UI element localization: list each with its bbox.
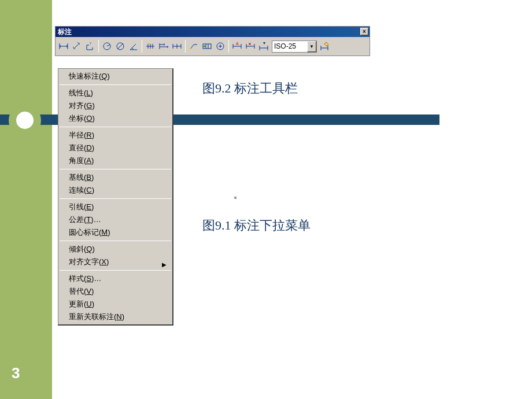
svg-point-4 xyxy=(204,46,205,47)
dimension-update-icon xyxy=(258,41,269,51)
chevron-down-icon: ▼ xyxy=(309,44,314,49)
quick-dimension-button[interactable] xyxy=(144,40,157,53)
toolbar-titlebar[interactable]: 标注 × xyxy=(56,27,370,37)
menu-item[interactable]: 更新(U) xyxy=(58,298,172,311)
continue-dimension-button[interactable] xyxy=(171,40,183,53)
menu-separator xyxy=(60,84,171,85)
page-number: 3 xyxy=(12,364,20,382)
menu-item[interactable]: 对齐(G) xyxy=(58,99,172,112)
ordinate-dimension-button[interactable]: Y xyxy=(84,40,97,53)
menu-item[interactable]: 半径(R) xyxy=(58,129,172,142)
tolerance-button[interactable] xyxy=(201,40,213,53)
close-icon: × xyxy=(363,28,366,35)
menu-item[interactable]: 快速标注(Q) xyxy=(58,70,172,83)
decorative-dot xyxy=(234,197,237,199)
radius-dimension-icon xyxy=(102,41,112,51)
continue-dimension-icon xyxy=(172,41,182,51)
radius-dimension-button[interactable] xyxy=(101,40,113,53)
dim-style-icon xyxy=(320,41,330,51)
toolbar-separator xyxy=(142,40,142,53)
dimension-toolbar: 标注 × Y xyxy=(55,26,370,56)
linear-dimension-icon xyxy=(58,41,69,51)
menu-item[interactable]: 坐标(O) xyxy=(58,112,172,125)
figure-9-1-caption: 图9.1 标注下拉菜单 xyxy=(202,217,311,234)
svg-text:A: A xyxy=(236,42,239,46)
menu-item[interactable]: 样式(S)… xyxy=(58,272,172,285)
menu-item[interactable]: 公差(T)… xyxy=(58,213,172,226)
dim-style-dropdown[interactable]: ISO-25 ▼ xyxy=(272,40,317,53)
dimension-update-button[interactable] xyxy=(257,40,270,53)
figure-9-2-caption: 图9.2 标注工具栏 xyxy=(202,80,298,97)
menu-item[interactable]: 重新关联标注(N) xyxy=(58,311,172,323)
diameter-dimension-button[interactable] xyxy=(114,40,127,53)
menu-separator xyxy=(60,241,171,241)
center-mark-icon xyxy=(215,41,226,51)
close-button[interactable]: × xyxy=(360,28,368,35)
ordinate-dimension-icon: Y xyxy=(85,41,95,51)
menu-item[interactable]: 对齐文字(X)▶ xyxy=(58,256,172,268)
menu-item[interactable]: 线性(L) xyxy=(58,87,172,99)
dimension-edit-button[interactable]: A xyxy=(231,40,243,53)
diameter-dimension-icon xyxy=(115,41,125,51)
angular-dimension-icon xyxy=(128,41,139,51)
aligned-dimension-icon xyxy=(72,41,82,51)
svg-text:Y: Y xyxy=(90,42,92,45)
menu-item[interactable]: 倾斜(Q) xyxy=(58,243,172,256)
baseline-dimension-button[interactable] xyxy=(157,40,170,53)
angular-dimension-button[interactable] xyxy=(127,40,140,53)
tolerance-icon xyxy=(202,41,212,51)
toolbar-title-text: 标注 xyxy=(58,28,72,36)
menu-item[interactable]: 角度(A) xyxy=(58,154,172,167)
toolbar-separator xyxy=(228,40,229,53)
dimension-edit-icon: A xyxy=(232,41,242,51)
menu-separator xyxy=(60,198,171,199)
toolbar-separator xyxy=(185,40,186,53)
dropdown-arrow-button[interactable]: ▼ xyxy=(307,41,316,52)
menu-separator xyxy=(60,270,171,271)
dimension-dropdown-menu: 快速标注(Q)线性(L)对齐(G)坐标(O)半径(R)直径(D)角度(A)基线(… xyxy=(58,68,173,326)
menu-item[interactable]: 引线(E) xyxy=(58,201,172,213)
dim-style-value: ISO-25 xyxy=(274,42,296,50)
quick-leader-icon xyxy=(189,41,199,51)
menu-item[interactable]: 连续(C) xyxy=(58,184,172,197)
submenu-arrow-icon: ▶ xyxy=(162,258,167,271)
quick-leader-button[interactable] xyxy=(187,40,200,53)
quick-dimension-icon xyxy=(145,41,156,51)
dimension-text-edit-icon xyxy=(245,41,256,51)
menu-separator xyxy=(60,169,171,169)
menu-item[interactable]: 圆心标记(M) xyxy=(58,226,172,239)
sidebar-green-band xyxy=(0,0,52,399)
decorative-circle xyxy=(9,104,41,136)
center-mark-button[interactable] xyxy=(214,40,227,53)
toolbar-separator xyxy=(98,40,99,53)
menu-item[interactable]: 替代(V) xyxy=(58,285,172,298)
linear-dimension-button[interactable] xyxy=(57,40,70,53)
dim-style-button[interactable] xyxy=(319,40,331,53)
baseline-dimension-icon xyxy=(158,41,169,51)
aligned-dimension-button[interactable] xyxy=(71,40,83,53)
toolbar-body: Y A xyxy=(56,37,370,56)
dimension-text-edit-button[interactable] xyxy=(244,40,257,53)
menu-item[interactable]: 直径(D) xyxy=(58,142,172,154)
menu-item[interactable]: 基线(B) xyxy=(58,171,172,184)
menu-separator xyxy=(60,127,171,127)
